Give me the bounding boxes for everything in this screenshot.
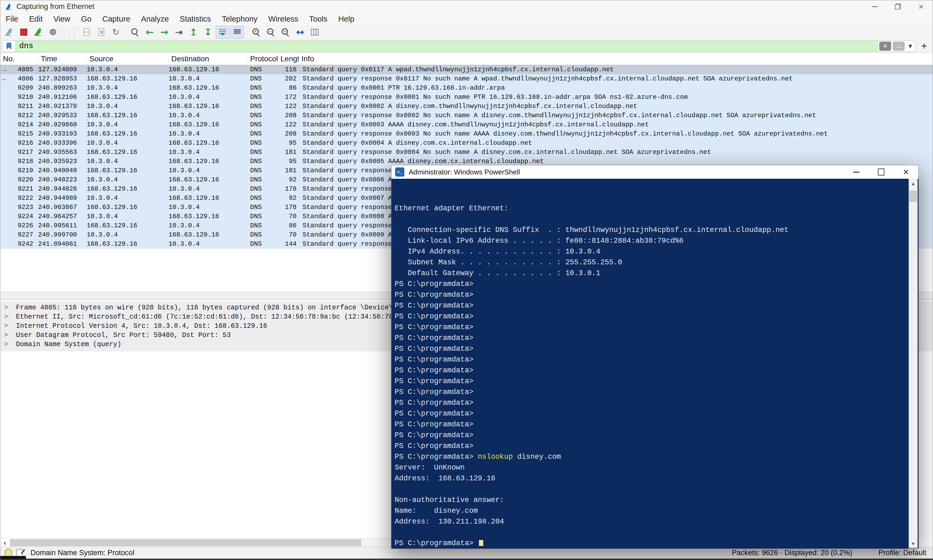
window-title: Capturing from Ethernet <box>17 2 94 11</box>
powershell-title: Administrator: Windows PowerShell <box>409 168 520 176</box>
menu-item-edit[interactable]: Edit <box>24 13 48 25</box>
menu-item-go[interactable]: Go <box>75 13 97 25</box>
packet-row[interactable]: 9211240.92137010.3.0.4168.63.129.16DNS12… <box>0 102 933 111</box>
expand-chevron-icon[interactable]: > <box>4 322 16 331</box>
toolbar-button-colorize[interactable] <box>230 26 244 38</box>
toolbar-button-close-file[interactable] <box>94 26 108 38</box>
details-horizontal-scrollbar[interactable]: ‹ <box>0 538 391 547</box>
menu-item-tools[interactable]: Tools <box>304 13 333 25</box>
menu-item-statistics[interactable]: Statistics <box>174 13 216 25</box>
go-last-icon <box>204 27 212 37</box>
column-header-destination[interactable]: Destination <box>169 53 248 65</box>
toolbar-button-start-capture[interactable] <box>2 26 16 38</box>
packet-row[interactable]: 9212240.929533168.63.129.1610.3.0.4DNS20… <box>0 111 933 120</box>
filter-dropdown-caret[interactable]: ▾ <box>906 42 915 51</box>
toolbar-button-auto-scroll[interactable] <box>216 26 229 38</box>
toolbar-button-save-file[interactable] <box>80 26 94 38</box>
console-line: Connection-specific DNS Suffix . : thwnd… <box>395 225 909 235</box>
display-filter-input[interactable]: dns <box>15 41 878 52</box>
wireshark-titlebar[interactable]: Capturing from Ethernet × <box>0 0 933 13</box>
menu-item-telephony[interactable]: Telephony <box>216 13 263 25</box>
console-line <box>395 192 909 203</box>
filter-apply-button[interactable]: → <box>893 42 905 51</box>
packet-list-header: No.TimeSourceDestinationProtocolLengtlIn… <box>0 53 933 65</box>
close-button[interactable]: × <box>910 0 933 13</box>
menu-item-capture[interactable]: Capture <box>97 13 135 25</box>
scrollbar-thumb[interactable] <box>10 539 361 546</box>
related-packet-icon: ← <box>2 74 6 83</box>
column-header-source[interactable]: Source <box>87 53 169 65</box>
toolbar-button-capture-options[interactable] <box>46 26 60 38</box>
powershell-titlebar[interactable]: >_ Administrator: Windows PowerShell × <box>391 165 918 179</box>
column-header-protocol[interactable]: Protocol <box>248 53 278 65</box>
expand-chevron-icon[interactable]: > <box>4 340 16 349</box>
packet-row[interactable]: 9215240.933193168.63.129.1610.3.0.4DNS20… <box>0 129 933 138</box>
powershell-console[interactable]: Ethernet adapter Ethernet: Connection-sp… <box>391 179 909 549</box>
packet-row[interactable]: 9214240.92986010.3.0.4168.63.129.16DNS12… <box>0 120 933 129</box>
scroll-down-arrow-icon[interactable]: ▾ <box>909 539 918 548</box>
expand-chevron-icon[interactable]: > <box>4 331 16 340</box>
scrollbar-thumb[interactable] <box>909 191 917 202</box>
packet-row[interactable]: 9217240.935563168.63.129.1610.3.0.4DNS18… <box>0 148 933 157</box>
scroll-left-arrow-icon[interactable]: ‹ <box>0 538 9 547</box>
toolbar-button-find-packet[interactable] <box>128 26 142 38</box>
expand-chevron-icon[interactable]: > <box>4 303 16 312</box>
packet-row[interactable]: 9218240.93592310.3.0.4168.63.129.16DNS95… <box>0 157 933 166</box>
console-line: Default Gateway . . . . . . . . . : 10.3… <box>395 268 909 278</box>
console-line: PS C:\programdata> <box>395 397 909 408</box>
scroll-up-arrow-icon[interactable]: ▴ <box>909 179 918 188</box>
menu-item-help[interactable]: Help <box>333 13 360 25</box>
toolbar-button-restart-capture[interactable] <box>31 26 45 38</box>
toolbar-button-open-file[interactable] <box>65 26 79 38</box>
toolbar-button-go-back[interactable] <box>143 26 157 38</box>
restore-button[interactable] <box>886 0 910 13</box>
menu-item-view[interactable]: View <box>48 13 75 25</box>
toolbar-button-go-last[interactable] <box>201 26 215 38</box>
filter-bookmark-button[interactable] <box>3 41 15 52</box>
toolbar-button-resize-columns[interactable] <box>293 26 307 38</box>
toolbar-button-go-forward[interactable] <box>157 26 171 38</box>
console-cursor <box>479 540 483 546</box>
ps-close-button[interactable]: × <box>894 165 918 179</box>
column-header-no[interactable]: No. <box>0 53 38 65</box>
filter-clear-button[interactable]: × <box>879 42 891 51</box>
toolbar-button-zoom-out[interactable] <box>264 26 278 38</box>
ps-maximize-button[interactable] <box>869 165 894 179</box>
packet-row[interactable]: 9209240.89926310.3.0.4168.63.129.16DNS86… <box>0 83 933 92</box>
console-line: PS C:\programdata> <box>395 408 909 419</box>
column-header-time[interactable]: Time <box>38 53 87 65</box>
toolbar-button-stop-capture[interactable] <box>17 26 31 38</box>
toolbar-button-reload-file[interactable] <box>109 26 123 38</box>
column-header-lengtl[interactable]: Lengtl <box>278 53 299 65</box>
console-line: PS C:\programdata> <box>395 354 909 365</box>
toolbar-button-go-to-packet[interactable] <box>172 26 186 38</box>
column-header-info[interactable]: Info <box>299 53 933 65</box>
packet-row[interactable]: 4806←127.928953168.63.129.1610.3.0.4DNS2… <box>0 74 933 83</box>
packet-row[interactable]: 4805→127.92480910.3.0.4168.63.129.16DNS1… <box>0 65 933 74</box>
filter-add-button[interactable]: + <box>918 40 930 52</box>
toolbar-button-go-first[interactable] <box>186 26 200 38</box>
minimize-button[interactable] <box>863 0 886 13</box>
console-line <box>395 527 909 538</box>
console-line: PS C:\programdata> <box>395 441 909 451</box>
expand-chevron-icon[interactable]: > <box>4 312 16 322</box>
console-line: Link-local IPv6 Address . . . . . : fe80… <box>395 235 909 246</box>
toolbar-button-zoom-original[interactable] <box>279 26 293 38</box>
packet-row[interactable]: 9216240.93339610.3.0.4168.63.129.16DNS95… <box>0 138 933 148</box>
console-line: PS C:\programdata> <box>395 387 909 397</box>
menu-item-wireless[interactable]: Wireless <box>263 13 303 25</box>
capture-comment-icon[interactable] <box>17 549 23 557</box>
console-line: PS C:\programdata> nslookup disney.com <box>395 451 909 462</box>
menu-item-file[interactable]: File <box>0 13 24 25</box>
menu-item-analyze[interactable]: Analyze <box>135 13 174 25</box>
related-packet-icon: → <box>2 65 6 74</box>
packet-row[interactable]: 9210240.912106168.63.129.1610.3.0.4DNS17… <box>0 92 933 102</box>
status-profile[interactable]: Profile: Default <box>878 549 933 557</box>
ps-minimize-button[interactable] <box>844 165 869 179</box>
powershell-scrollbar[interactable]: ▴ ▾ <box>909 179 918 548</box>
restart-capture-icon <box>34 28 43 36</box>
toolbar-button-zoom-in[interactable] <box>249 26 263 38</box>
console-line: IPv4 Address. . . . . . . . . . . : 10.3… <box>395 246 909 257</box>
toolbar-button-columns-grid[interactable] <box>308 26 322 38</box>
open-file-icon <box>69 28 75 36</box>
